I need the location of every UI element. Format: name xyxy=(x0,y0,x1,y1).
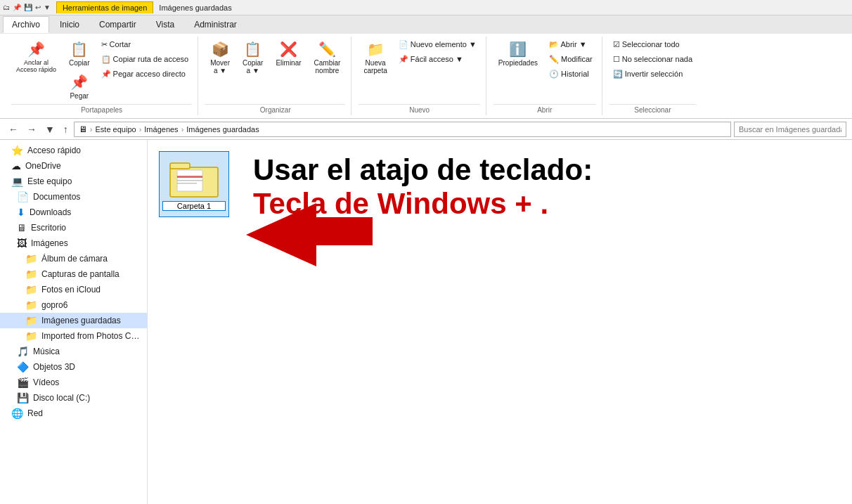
mover-label: Movera ▼ xyxy=(210,59,230,75)
abrir-btn[interactable]: 📂 Abrir ▼ xyxy=(546,38,596,51)
tab-archivo[interactable]: Archivo xyxy=(3,16,49,33)
pegar-btn[interactable]: 📌 Pegar xyxy=(64,71,94,103)
copiar-btn[interactable]: 📋 Copiar xyxy=(64,38,94,70)
seleccionar-todo-btn[interactable]: ☑ Seleccionar todo xyxy=(609,38,696,51)
tools-tab-label: Herramientas de imagen xyxy=(63,4,147,12)
copy-icon: 📋 xyxy=(70,41,88,58)
sidebar-item-acceso-rapido[interactable]: ⭐ Acceso rápido xyxy=(0,143,147,158)
sidebar-label-acceso-rapido: Acceso rápido xyxy=(27,146,81,155)
ribbon-tabs: Archivo Inicio Compartir Vista Administr… xyxy=(0,15,852,34)
modificar-btn[interactable]: ✏️ Modificar xyxy=(546,53,596,66)
sidebar-label-album: Álbum de cámara xyxy=(41,254,108,264)
gopro-folder-icon: 📁 xyxy=(25,299,37,311)
sidebar-item-disco[interactable]: 💾 Disco local (C:) xyxy=(0,390,147,406)
tab-compartir[interactable]: Compartir xyxy=(90,16,146,33)
dropdown-icon: ▼ xyxy=(44,4,51,11)
group-portapapeles: 📌 Anclar alAcceso rápido 📋 Copiar 📌 Pega… xyxy=(6,37,198,115)
guardadas-folder-icon: 📁 xyxy=(25,315,37,326)
sidebar-item-downloads[interactable]: ⬇ Downloads xyxy=(0,205,147,220)
download-icon: ⬇ xyxy=(17,207,25,218)
sidebar-item-red[interactable]: 🌐 Red xyxy=(0,406,147,421)
no-seleccionar-btn[interactable]: ☐ No seleccionar nada xyxy=(609,53,696,66)
sidebar-label-fotos-icloud: Fotos en iCloud xyxy=(41,285,101,295)
nueva-carpeta-label: Nuevacarpeta xyxy=(363,59,387,75)
pegar-acceso-btn[interactable]: 📌 Pegar acceso directo xyxy=(98,67,193,81)
move-icon: 📦 xyxy=(212,41,229,58)
title-bar: 🗂 📌 💾 ↩ ▼ Herramientas de imagen Imágene… xyxy=(0,0,852,15)
address-icon: 🖥 xyxy=(79,124,87,134)
sidebar-item-imported[interactable]: 📁 Imported from Photos Com xyxy=(0,328,147,344)
facil-acceso-btn[interactable]: 📌 Fácil acceso ▼ xyxy=(395,53,480,66)
nuevo-elemento-btn[interactable]: 📄 Nuevo elemento ▼ xyxy=(395,38,480,51)
eliminar-btn[interactable]: ❌ Eliminar xyxy=(271,38,306,70)
window-icon: 🗂 xyxy=(3,4,10,11)
sidebar-item-imagenes[interactable]: 🖼 Imágenes xyxy=(0,235,147,251)
mover-btn[interactable]: 📦 Movera ▼ xyxy=(205,38,235,77)
sidebar-label-videos: Vídeos xyxy=(33,377,59,387)
group-organizar: 📦 Movera ▼ 📋 Copiara ▼ ❌ Eliminar ✏️ Cam… xyxy=(200,37,351,115)
recent-button[interactable]: ▼ xyxy=(42,122,58,136)
copiar-a-btn[interactable]: 📋 Copiara ▼ xyxy=(238,38,268,77)
svg-marker-7 xyxy=(246,203,373,266)
images-icon: 🖼 xyxy=(17,238,27,249)
breadcrumb-equipo[interactable]: Este equipo xyxy=(96,125,136,134)
breadcrumb-imagenes[interactable]: Imágenes xyxy=(144,125,178,134)
tab-inicio[interactable]: Inicio xyxy=(51,16,89,33)
anclar-btn[interactable]: 📌 Anclar alAcceso rápido xyxy=(11,38,61,76)
breadcrumb-guardadas[interactable]: Imágenes guardadas xyxy=(186,125,259,134)
nuevo-buttons: 📁 Nuevacarpeta 📄 Nuevo elemento ▼ 📌 Fáci… xyxy=(359,38,479,103)
icloud-folder-icon: 📁 xyxy=(25,284,37,295)
sidebar-label-objetos3d: Objetos 3D xyxy=(33,362,75,372)
sidebar-item-musica[interactable]: 🎵 Música xyxy=(0,344,147,359)
portapapeles-label: Portapapeles xyxy=(11,104,192,114)
cambiar-label: Cambiarnombre xyxy=(314,59,341,75)
sidebar-item-documentos[interactable]: 📄 Documentos xyxy=(0,189,147,205)
properties-icon: ℹ️ xyxy=(509,41,527,58)
tab-vista[interactable]: Vista xyxy=(147,16,183,33)
sidebar-item-album-camara[interactable]: 📁 Álbum de cámara xyxy=(0,251,147,266)
desktop-icon: 🖥 xyxy=(17,222,27,233)
quick-access-icon: 📌 xyxy=(13,4,21,11)
nueva-carpeta-btn[interactable]: 📁 Nuevacarpeta xyxy=(359,38,392,77)
invertir-btn[interactable]: 🔄 Invertir selección xyxy=(609,67,696,81)
folder-label-input[interactable] xyxy=(162,201,226,211)
sidebar-label-gopro6: gopro6 xyxy=(41,300,67,310)
address-bar[interactable]: 🖥 › Este equipo › Imágenes › Imágenes gu… xyxy=(74,122,731,137)
back-button[interactable]: ← xyxy=(6,122,21,136)
annotation-main-text: Usar el atajo de teclado: xyxy=(253,154,838,186)
sidebar-item-objetos-3d[interactable]: 🔷 Objetos 3D xyxy=(0,359,147,375)
up-button[interactable]: ↑ xyxy=(60,122,71,136)
sidebar-label-capturas: Capturas de pantalla xyxy=(41,269,120,279)
organizar-label: Organizar xyxy=(205,104,345,114)
cambiar-btn[interactable]: ✏️ Cambiarnombre xyxy=(309,38,346,77)
sidebar-label-imported: Imported from Photos Com xyxy=(41,331,141,341)
tab-administrar[interactable]: Administrar xyxy=(185,16,246,33)
folder-item[interactable] xyxy=(159,151,229,217)
sidebar-item-imagenes-guardadas[interactable]: 📁 Imágenes guardadas xyxy=(0,313,147,328)
sidebar-label-imagenes: Imágenes xyxy=(31,238,68,248)
svg-rect-3 xyxy=(177,176,202,178)
folder-icon xyxy=(169,157,219,200)
copiar-ruta-btn[interactable]: 📋 Copiar ruta de acceso xyxy=(98,53,193,66)
sidebar-item-capturas[interactable]: 📁 Capturas de pantalla xyxy=(0,266,147,282)
cloud-icon: ☁ xyxy=(11,160,21,172)
sidebar-item-gopro6[interactable]: 📁 gopro6 xyxy=(0,297,147,313)
sidebar-label-escritorio: Escritorio xyxy=(31,223,66,233)
sidebar-item-escritorio[interactable]: 🖥 Escritorio xyxy=(0,220,147,235)
sidebar-label-downloads: Downloads xyxy=(30,207,71,217)
historial-btn[interactable]: 🕐 Historial xyxy=(546,67,596,81)
propiedades-label: Propiedades xyxy=(498,59,538,67)
main-layout: ⭐ Acceso rápido ☁ OneDrive 💻 Este equipo… xyxy=(0,140,852,504)
sidebar-item-este-equipo[interactable]: 💻 Este equipo xyxy=(0,174,147,189)
docs-icon: 📄 xyxy=(17,191,29,202)
propiedades-btn[interactable]: ℹ️ Propiedades xyxy=(493,38,543,70)
sidebar-item-fotos-icloud[interactable]: 📁 Fotos en iCloud xyxy=(0,282,147,297)
eliminar-label: Eliminar xyxy=(276,59,301,67)
sidebar-item-videos[interactable]: 🎬 Vídeos xyxy=(0,375,147,390)
cortar-btn[interactable]: ✂ Cortar xyxy=(98,38,193,51)
sidebar-item-onedrive[interactable]: ☁ OneDrive xyxy=(0,158,147,174)
address-bar-area: ← → ▼ ↑ 🖥 › Este equipo › Imágenes › Imá… xyxy=(0,119,852,140)
forward-button[interactable]: → xyxy=(24,122,39,136)
search-input[interactable] xyxy=(734,122,846,137)
new-folder-icon: 📁 xyxy=(367,41,385,58)
